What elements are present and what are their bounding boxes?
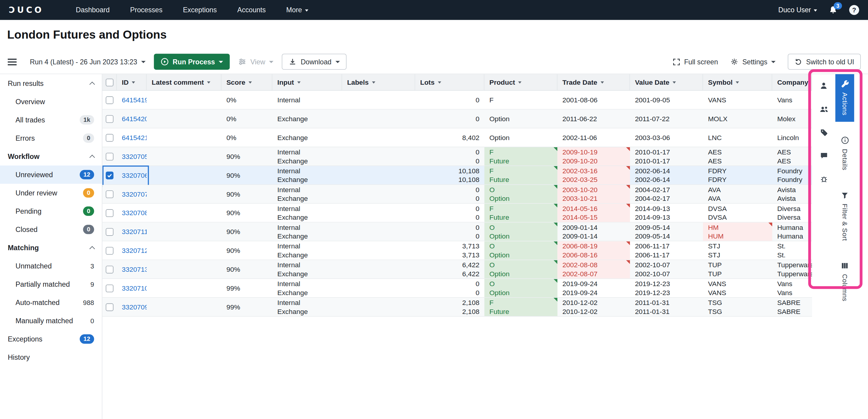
sidebar-item-overview[interactable]: Overview: [0, 93, 102, 111]
settings-button[interactable]: Settings: [730, 58, 776, 66]
tab-filter-sort[interactable]: Filter & Sort: [835, 186, 854, 248]
table-row[interactable]: 64154190%Internal0F2001-08-062001-09-05V…: [102, 91, 812, 109]
sidebar-item-unmatched[interactable]: Unmatched3: [0, 257, 102, 275]
menu-toggle-button[interactable]: [7, 58, 17, 66]
notifications-button[interactable]: 3: [829, 5, 838, 14]
view-button-disabled[interactable]: View: [238, 58, 274, 66]
sidebar-item-pending[interactable]: Pending0: [0, 202, 102, 220]
table-row[interactable]: 332070890%InternalExchange00FFuture2014-…: [102, 204, 812, 223]
table-row[interactable]: 64154200%Exchange0Option2011-06-222011-0…: [102, 109, 812, 128]
column-header-score[interactable]: Score: [221, 74, 272, 90]
sidebar-item-history[interactable]: History: [0, 348, 102, 366]
table-row[interactable]: 64154210%Exchange8,402Option2002-11-0620…: [102, 128, 812, 147]
table-row[interactable]: 332070999%InternalExchange2,1082,108FFut…: [102, 298, 812, 317]
sidebar-section-matching[interactable]: Matching: [0, 238, 102, 257]
row-checkbox[interactable]: [106, 247, 114, 254]
row-checkbox[interactable]: [106, 209, 114, 217]
column-header-value-date[interactable]: Value Date: [630, 74, 703, 90]
column-header-id[interactable]: ID: [117, 74, 147, 90]
row-id-link[interactable]: 3320706: [122, 171, 142, 179]
sidebar-item-manually-matched[interactable]: Manually matched0: [0, 312, 102, 330]
column-header-product[interactable]: Product: [484, 74, 557, 90]
row-id-link[interactable]: 6415421: [122, 134, 142, 141]
match-corner-icon: [554, 241, 558, 245]
sidebar-item-label: Exceptions: [8, 335, 42, 343]
row-id-link[interactable]: 3320707: [122, 190, 142, 198]
row-id-link[interactable]: 6415420: [122, 115, 142, 123]
download-button[interactable]: Download: [282, 54, 347, 70]
info-icon: [840, 136, 849, 145]
nav-processes[interactable]: Processes: [130, 6, 162, 14]
sidebar-item-label: Overview: [16, 98, 45, 106]
cell-product: F: [484, 91, 557, 109]
help-button[interactable]: ?: [849, 5, 859, 15]
row-id-link[interactable]: 6415419: [122, 96, 142, 104]
row-checkbox[interactable]: [106, 284, 114, 292]
cell-checkbox: [102, 222, 117, 240]
table-row[interactable]: 332070690%InternalExchange10,10810,108FF…: [102, 166, 812, 185]
user-menu[interactable]: Duco User: [778, 6, 817, 14]
tab-details[interactable]: Details: [835, 131, 854, 177]
column-header-input[interactable]: Input: [272, 74, 342, 90]
column-header-symbol[interactable]: Symbol: [703, 74, 772, 90]
sidebar-section-workflow[interactable]: Workflow: [0, 147, 102, 165]
assign-user-button[interactable]: [819, 82, 828, 90]
row-id-link[interactable]: 3320712: [122, 247, 142, 254]
raise-issue-button[interactable]: [819, 175, 828, 183]
run-selector-dropdown[interactable]: Run 4 (Latest) - 26 Jun 2023 13:23: [30, 58, 146, 66]
table-row[interactable]: 332070790%InternalExchange00OOption2003-…: [102, 185, 812, 204]
row-id-link[interactable]: 3320708: [122, 209, 142, 217]
tab-columns[interactable]: Columns: [835, 257, 854, 308]
row-id-link[interactable]: 3320713: [122, 265, 142, 273]
sidebar-item-unreviewed[interactable]: Unreviewed12: [0, 165, 102, 184]
column-header-company[interactable]: Company: [772, 74, 812, 90]
run-process-button[interactable]: Run Process: [154, 54, 230, 70]
row-checkbox[interactable]: [106, 190, 114, 198]
column-header-lots[interactable]: Lots: [415, 74, 484, 90]
select-all-checkbox[interactable]: [105, 78, 113, 86]
switch-to-old-ui-button[interactable]: Switch to old UI: [788, 54, 861, 70]
table-row[interactable]: 332070590%InternalExchange00FFuture2009-…: [102, 147, 812, 166]
nav-more[interactable]: More: [286, 6, 308, 14]
users-icon: [819, 105, 828, 114]
row-id-link[interactable]: 3320711: [122, 228, 142, 235]
row-checkbox[interactable]: [106, 265, 114, 273]
sidebar-item-under-review[interactable]: Under review0: [0, 184, 102, 202]
sidebar-item-exceptions[interactable]: Exceptions12: [0, 330, 102, 348]
table-row[interactable]: 332071390%InternalExchange6,4226,422OOpt…: [102, 260, 812, 279]
nav-exceptions[interactable]: Exceptions: [183, 6, 217, 14]
sidebar-item-all-trades[interactable]: All trades1k: [0, 111, 102, 129]
row-checkbox[interactable]: [106, 303, 114, 311]
table-row[interactable]: 332071099%InternalExchange00OOption2019-…: [102, 279, 812, 298]
sidebar-item-errors[interactable]: Errors0: [0, 129, 102, 147]
cell-labels: [342, 91, 415, 109]
row-checkbox[interactable]: [106, 115, 114, 123]
table-row[interactable]: 332071190%InternalExchange00OOption2009-…: [102, 222, 812, 241]
row-id-link[interactable]: 3320709: [122, 303, 142, 311]
sidebar-item-label: Partially matched: [16, 280, 70, 289]
sidebar-item-auto-matched[interactable]: Auto-matched988: [0, 293, 102, 312]
row-id-link[interactable]: 3320710: [122, 284, 142, 292]
sidebar-item-partially-matched[interactable]: Partially matched9: [0, 275, 102, 293]
row-checkbox[interactable]: [106, 153, 114, 160]
row-checkbox[interactable]: [106, 134, 114, 141]
chevron-down-icon: [771, 61, 776, 63]
comment-button[interactable]: [819, 152, 828, 160]
nav-dashboard[interactable]: Dashboard: [76, 6, 110, 14]
nav-accounts[interactable]: Accounts: [237, 6, 266, 14]
sidebar-item-closed[interactable]: Closed0: [0, 220, 102, 238]
column-header-trade-date[interactable]: Trade Date: [557, 74, 630, 90]
column-header-latest-comment[interactable]: Latest comment: [147, 74, 221, 90]
full-screen-button[interactable]: Full screen: [673, 58, 718, 66]
label-button[interactable]: [819, 128, 828, 137]
assign-group-button[interactable]: [819, 105, 828, 114]
sidebar-section-run-results[interactable]: Run results: [0, 74, 102, 93]
row-checkbox[interactable]: [106, 96, 114, 104]
row-checkbox[interactable]: [106, 171, 114, 179]
cell-labels: [342, 222, 415, 240]
row-checkbox[interactable]: [106, 228, 114, 235]
row-id-link[interactable]: 3320705: [122, 153, 142, 160]
table-row[interactable]: 332071290%InternalExchange3,7133,713OOpt…: [102, 241, 812, 260]
tab-actions[interactable]: Actions: [835, 74, 854, 122]
column-header-labels[interactable]: Labels: [342, 74, 415, 90]
